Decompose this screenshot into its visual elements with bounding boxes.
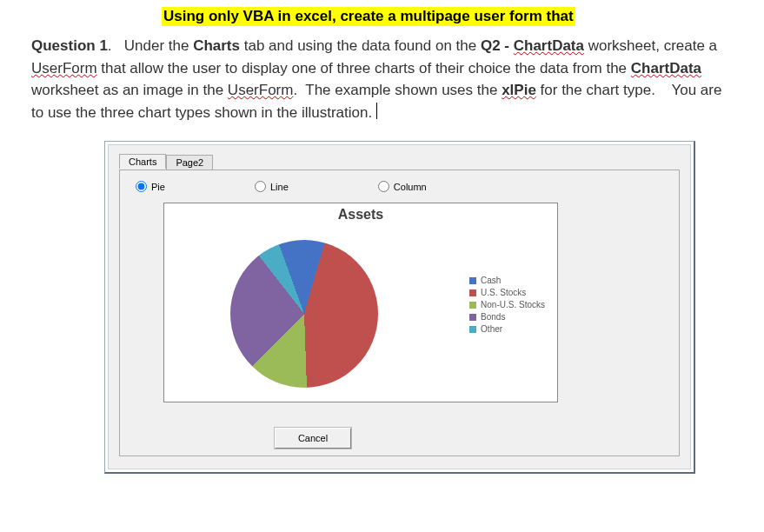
- t: ChartData: [514, 37, 584, 54]
- legend-swatch: [469, 314, 476, 321]
- chart-image: Assets CashU.S. StocksNon-U.S. StocksBon…: [163, 203, 558, 402]
- radio-line[interactable]: Line: [255, 181, 289, 192]
- cancel-button[interactable]: Cancel: [275, 428, 351, 449]
- tab-page2[interactable]: Page2: [166, 155, 213, 170]
- t: UserForm: [228, 82, 294, 98]
- t: Charts: [193, 37, 240, 54]
- radio-pie-label: Pie: [151, 182, 165, 192]
- legend-label: U.S. Stocks: [481, 288, 526, 297]
- radio-column[interactable]: Column: [378, 181, 427, 192]
- question-label: Question 1: [31, 37, 108, 54]
- radio-line-input[interactable]: [255, 181, 266, 192]
- t: that allow the user to display one of th…: [97, 60, 631, 76]
- multipage-tabs: ChartsPage2: [119, 152, 680, 170]
- legend-swatch: [469, 326, 476, 333]
- radio-column-input[interactable]: [378, 181, 389, 192]
- t: ChartData: [631, 60, 701, 76]
- chart-legend: CashU.S. StocksNon-U.S. StocksBondsOther: [469, 273, 545, 336]
- text-cursor: [376, 103, 377, 119]
- t: tab and using the data found on the: [240, 37, 481, 54]
- chart-title: Assets: [164, 203, 557, 223]
- page-heading: Using only VBA in excel, create a multip…: [162, 7, 575, 26]
- t: Q2 -: [481, 37, 514, 54]
- legend-swatch: [469, 289, 476, 296]
- userform-body: ChartsPage2 Pie Line Column: [108, 144, 691, 469]
- legend-item: Cash: [469, 276, 545, 285]
- t: . Under the: [108, 37, 193, 54]
- pie-chart: [230, 240, 378, 388]
- tab-charts[interactable]: Charts: [119, 154, 166, 169]
- t: xlPie: [502, 82, 536, 98]
- legend-swatch: [469, 277, 476, 284]
- t: worksheet, create a: [584, 37, 717, 54]
- legend-item: U.S. Stocks: [469, 288, 545, 297]
- chart-type-radios: Pie Line Column: [132, 179, 667, 203]
- legend-label: Cash: [481, 276, 501, 285]
- legend-label: Non-U.S. Stocks: [481, 300, 545, 309]
- legend-label: Bonds: [481, 312, 505, 322]
- t: UserForm: [31, 60, 97, 76]
- legend-item: Non-U.S. Stocks: [469, 300, 545, 309]
- radio-pie[interactable]: Pie: [136, 181, 165, 192]
- t: worksheet as an image in the: [31, 82, 228, 98]
- userform-window: ChartsPage2 Pie Line Column: [104, 141, 695, 474]
- legend-swatch: [469, 302, 476, 309]
- legend-item: Bonds: [469, 312, 545, 322]
- t: . The example shown uses the: [293, 82, 502, 98]
- tab-panel-charts: Pie Line Column Assets: [119, 170, 680, 456]
- radio-pie-input[interactable]: [136, 181, 147, 192]
- radio-line-label: Line: [270, 182, 289, 192]
- radio-column-label: Column: [394, 182, 427, 192]
- question-text: Question 1. Under the Charts tab and usi…: [31, 35, 733, 123]
- legend-item: Other: [469, 324, 545, 334]
- legend-label: Other: [481, 324, 502, 334]
